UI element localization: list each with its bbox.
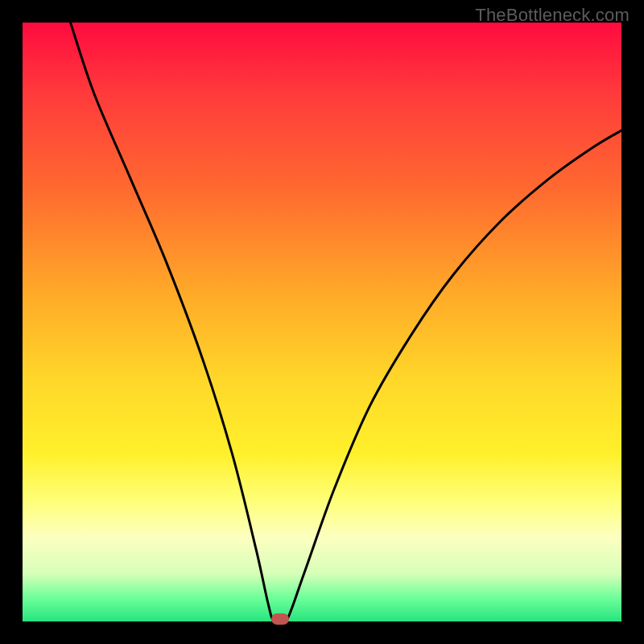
chart-frame: TheBottleneck.com	[0, 0, 644, 644]
plot-area	[23, 23, 621, 621]
bottleneck-curve	[23, 23, 621, 621]
optimal-point-marker	[271, 613, 289, 625]
